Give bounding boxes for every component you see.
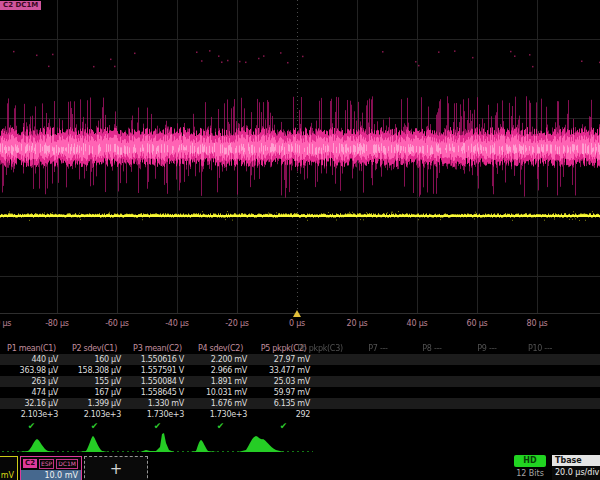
measure-value: 1.399 µV xyxy=(63,398,126,409)
histicon-p4[interactable] xyxy=(190,440,218,452)
measure-header-p4[interactable]: P4 sdev(C2) xyxy=(189,343,252,354)
time-axis-label: 40 µs xyxy=(407,319,428,328)
time-axis-label: 0 µs xyxy=(289,319,305,328)
measure-value: 1.891 mV xyxy=(189,376,252,387)
measure-header-p8[interactable]: P8 --- xyxy=(422,343,441,354)
time-axis-label: -60 µs xyxy=(105,319,129,328)
measure-value: 474 µV xyxy=(0,387,63,398)
measure-value: 440 µV xyxy=(0,354,63,365)
c1-scale-value: 10.0 mV xyxy=(0,470,17,480)
histicon-p2[interactable] xyxy=(78,436,108,452)
measure-header-p7[interactable]: P7 --- xyxy=(368,343,387,354)
c2-label: C2 xyxy=(23,459,37,468)
measure-row: 363.98 µV158.308 µV1.557591 V2.966 mV33.… xyxy=(0,365,600,376)
measure-value: 1.557591 V xyxy=(126,365,189,376)
measure-value: 160 µV xyxy=(63,354,126,365)
measure-value: 32.16 µV xyxy=(0,398,63,409)
hd-mode-badge: HD xyxy=(514,455,546,467)
measurement-table: P1 mean(C1)P2 sdev(C1)P3 mean(C2)P4 sdev… xyxy=(0,343,600,431)
measure-value: 25.03 mV xyxy=(252,376,315,387)
measure-value: 167 µV xyxy=(63,387,126,398)
measure-value: 363.98 µV xyxy=(0,365,63,376)
measure-header-p3[interactable]: P3 mean(C2) xyxy=(126,343,189,354)
measure-header-p2[interactable]: P2 sdev(C1) xyxy=(63,343,126,354)
measure-row: 2.103e+32.103e+31.730e+31.730e+3292 xyxy=(0,409,600,420)
measure-value: 1.330 mV xyxy=(126,398,189,409)
measure-value: 2.200 mV xyxy=(189,354,252,365)
trigger-position-icon[interactable] xyxy=(293,310,301,317)
measure-value: 1.550616 V xyxy=(126,354,189,365)
measure-value: 263 µV xyxy=(0,376,63,387)
measure-value: 155 µV xyxy=(63,376,126,387)
measure-header-p9[interactable]: P9 --- xyxy=(477,343,496,354)
histicon-p3[interactable] xyxy=(140,433,174,452)
measure-row: 474 µV167 µV1.558645 V10.031 mV59.97 mV xyxy=(0,387,600,398)
histicon-p5[interactable] xyxy=(238,436,284,452)
measure-value: 6.135 mV xyxy=(252,398,315,409)
measure-header-p10[interactable]: P10 --- xyxy=(528,343,552,354)
timebase-descriptor[interactable]: Tbase 20.0 µs/div xyxy=(552,455,600,480)
measure-row: 440 µV160 µV1.550616 V2.200 mV27.97 mV xyxy=(0,354,600,365)
time-axis-label: 80 µs xyxy=(527,319,548,328)
measure-value: 292 xyxy=(252,409,315,420)
measure-header-p6[interactable]: P6 pkpk(C3) xyxy=(297,343,343,354)
measure-value: 33.477 mV xyxy=(252,365,315,376)
measure-value: 1.550084 V xyxy=(126,376,189,387)
time-axis-label: -20 µs xyxy=(225,319,249,328)
measure-value: 2.103e+3 xyxy=(63,409,126,420)
waveform-display[interactable] xyxy=(0,0,600,316)
measure-value: 10.031 mV xyxy=(189,387,252,398)
oscilloscope-screen: C2 DC1M -100 µs-80 µs-60 µs-40 µs-20 µs0… xyxy=(0,0,600,480)
c2-scale-value: 10.0 mV xyxy=(21,470,81,480)
measure-value: 1.558645 V xyxy=(126,387,189,398)
time-axis-label: 60 µs xyxy=(467,319,488,328)
time-axis-label: -40 µs xyxy=(165,319,189,328)
add-trace-button[interactable]: + xyxy=(84,456,148,480)
measure-row: 32.16 µV1.399 µV1.330 mV1.676 mV6.135 mV xyxy=(0,398,600,409)
measure-row: 263 µV155 µV1.550084 V1.891 mV25.03 mV xyxy=(0,376,600,387)
measure-value: 59.97 mV xyxy=(252,387,315,398)
measure-value: 2.966 mV xyxy=(189,365,252,376)
timebase-value: 20.0 µs/div xyxy=(552,466,600,479)
trace-label-badge: C2 DC1M xyxy=(0,1,41,10)
histicon-strip[interactable] xyxy=(0,431,320,455)
measure-value: 1.730e+3 xyxy=(126,409,189,420)
channel-c1-descriptor[interactable]: C1 DC1M 10.0 mV xyxy=(0,456,18,480)
measure-header-p1[interactable]: P1 mean(C1) xyxy=(0,343,63,354)
time-axis-label: -100 µs xyxy=(0,319,11,328)
time-axis-label: 20 µs xyxy=(347,319,368,328)
timebase-title: Tbase xyxy=(552,455,600,466)
time-axis-label: -80 µs xyxy=(45,319,69,328)
c2-coupling-badge: DC1M xyxy=(56,459,78,469)
measure-value: 27.97 mV xyxy=(252,354,315,365)
c2-esp-badge: ESP xyxy=(39,459,54,469)
histicon-p1[interactable] xyxy=(18,439,56,452)
measure-value: 158.308 µV xyxy=(63,365,126,376)
resolution-bits-label: 12 Bits xyxy=(510,469,550,478)
measure-value: 1.730e+3 xyxy=(189,409,252,420)
channel-c2-descriptor[interactable]: C2 ESP DC1M 10.0 mV xyxy=(20,456,82,480)
measure-value: 2.103e+3 xyxy=(0,409,63,420)
measure-value: 1.676 mV xyxy=(189,398,252,409)
